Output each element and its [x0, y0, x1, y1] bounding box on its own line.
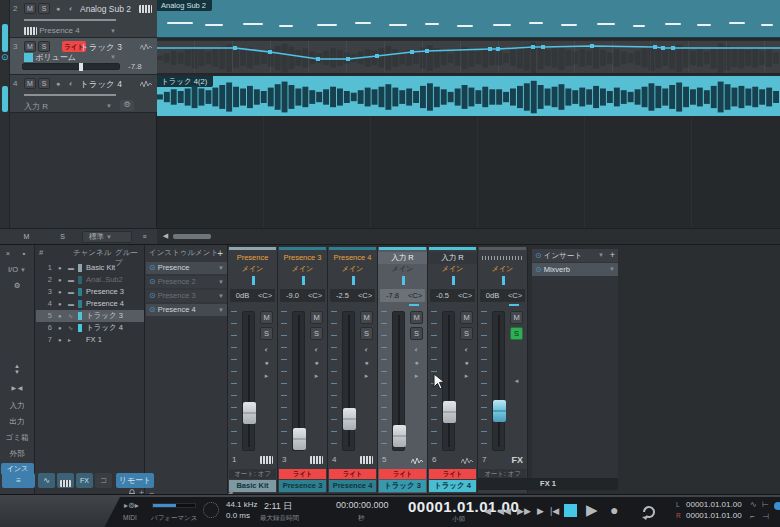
fader-cap[interactable] [393, 425, 406, 447]
midi-note[interactable] [457, 25, 473, 27]
track-header-track4[interactable]: 4 M S ● ◐ トラック 4 入力 R ▼ ⚙ [10, 75, 157, 113]
pan-value[interactable]: <C> [255, 289, 275, 302]
instrument-filter-icon[interactable] [57, 473, 74, 488]
solo-button-active[interactable]: S [510, 327, 523, 340]
channel-strip-track4[interactable]: 入力 R メイン -0.5<C> MS◐●▸ 6 ライト トラック 4 [428, 247, 478, 493]
automation-mode[interactable]: オート: オフ [229, 469, 276, 479]
record-arm-icon[interactable]: ● [360, 356, 373, 369]
pin-icon[interactable]: ▪ [18, 249, 30, 258]
fader-cap[interactable] [243, 402, 256, 424]
play-button[interactable]: ▶ [586, 501, 598, 519]
global-solo-button[interactable]: S [56, 231, 69, 242]
fx-filter-button[interactable]: FX [76, 473, 93, 488]
stop-button[interactable] [564, 504, 577, 517]
wrench-icon[interactable]: ⚙ [0, 281, 34, 290]
expand-icon[interactable]: ▸ [310, 369, 323, 382]
fast-forward-button[interactable]: ▶▶ [517, 506, 531, 516]
menu-icon[interactable]: ≡ [138, 231, 151, 242]
audio-clip-track4[interactable]: トラック 4(2) [157, 76, 780, 116]
fader-track[interactable] [292, 311, 305, 451]
bank-list-icon[interactable]: ≡ [2, 473, 35, 488]
channel-row[interactable]: 6●∿トラック 4 [36, 322, 144, 334]
monitor-icon[interactable]: ◐ [410, 343, 423, 356]
channel-row[interactable]: 3●▬Presence 3 [36, 286, 144, 298]
close-icon[interactable]: × [2, 249, 14, 258]
solo-button[interactable]: S [38, 3, 50, 14]
precount-icon[interactable]: ⌐ [750, 512, 755, 521]
track-volume-line[interactable] [24, 94, 116, 96]
midi-note[interactable] [279, 25, 293, 27]
automation-value-slider[interactable] [22, 63, 120, 70]
strip-output[interactable]: メイン [278, 264, 327, 274]
loop-end-value[interactable]: 00001.01.01.00 [686, 511, 742, 520]
channel-row[interactable]: 4●▬Presence 4 [36, 298, 144, 310]
instrument-row[interactable]: ⊙Presence 4▼ [146, 304, 227, 316]
record-arm-icon[interactable]: ● [410, 356, 423, 369]
midi-clip-analog-sub-2[interactable]: Analog Sub 2 [157, 0, 780, 38]
performance-meter[interactable] [152, 503, 196, 508]
strip-source[interactable]: Presence 3 [278, 252, 327, 264]
monitor-icon[interactable]: ◐ [260, 343, 273, 356]
midi-note[interactable] [729, 22, 745, 24]
solo-button[interactable]: S [310, 327, 323, 340]
midi-note[interactable] [167, 22, 193, 24]
midi-note[interactable] [493, 24, 511, 26]
gear-icon[interactable]: ⚙ [120, 100, 134, 111]
record-button[interactable]: ● [610, 502, 618, 518]
rail-item-trash[interactable]: ゴミ箱 [0, 433, 34, 443]
chevron-down-icon[interactable]: ▼ [110, 54, 116, 60]
track-mode-dropdown[interactable]: 標準 ▼ [82, 231, 132, 243]
fader-track[interactable] [392, 311, 405, 451]
fx-channel-name[interactable]: FX 1 [478, 478, 618, 490]
input-select[interactable]: 入力 R ▼ ⚙ [24, 101, 48, 112]
strip-output[interactable]: メイン [428, 264, 477, 274]
instrument-row[interactable]: ⊙Presence 3▼ [146, 290, 227, 302]
pan-value[interactable]: <C> [355, 289, 375, 302]
collapse-icon[interactable]: ◂ [510, 374, 523, 387]
channel-strip-basic-kit[interactable]: Presence メイン 0dB<C> MS◐●▸ 1 オート: オフ Basi… [228, 247, 278, 493]
loop-button[interactable] [638, 504, 660, 520]
channel-strip-fx1[interactable]: メイン 0dB<C> MS◂ 7FX オート: オフ [478, 247, 528, 493]
track-header-track3[interactable]: 3 M S ライト トラック 3 ボリューム ▼ -7.8 [10, 38, 157, 75]
solo-button[interactable]: S [410, 327, 423, 340]
insert-slot-mixverb[interactable]: ⊙Mixverb▼ [532, 263, 618, 276]
strip-source[interactable]: Presence 4 [328, 252, 377, 264]
midi-note[interactable] [597, 23, 615, 25]
expand-icon[interactable]: ▸ [460, 369, 473, 382]
solo-button[interactable]: S [460, 327, 473, 340]
instrument-select[interactable]: Presence 4 ▼ [24, 26, 80, 35]
slider-thumb[interactable] [79, 63, 83, 71]
strip-source[interactable]: Presence [228, 252, 277, 264]
midi-note[interactable] [317, 24, 337, 26]
midi-note[interactable] [761, 24, 773, 26]
volume-value[interactable]: -2.5 [330, 289, 355, 302]
expand-icon[interactable]: ▸ [260, 369, 273, 382]
fader-track[interactable] [342, 311, 355, 451]
midi-note[interactable] [389, 24, 407, 26]
monitor-icon[interactable]: ◐ [460, 343, 473, 356]
scroll-left-icon[interactable]: ◀ [159, 230, 172, 241]
fader-track[interactable] [492, 311, 505, 451]
monitor-icon[interactable]: ◐ [310, 343, 323, 356]
pan-value[interactable]: <C> [455, 289, 475, 302]
channel-row-selected[interactable]: 5●∿トラック 3 [36, 310, 144, 322]
midi-note[interactable] [633, 25, 645, 27]
automation-power-icon[interactable]: ⊙ [1, 52, 9, 62]
fader-cap[interactable] [293, 428, 306, 450]
volume-automation-curve[interactable] [157, 41, 780, 75]
track-name[interactable]: トラック 3 [80, 42, 122, 54]
narrow-wide-icon[interactable]: ▶ ◀ [0, 384, 34, 391]
midi-note[interactable] [665, 23, 681, 25]
strip-output[interactable]: メイン [378, 264, 427, 274]
channel-strip-track3-selected[interactable]: 入力 R メイン -7.8<C> MS◐●▸ 5 ライト トラック 3 [378, 247, 428, 493]
track-color-chip[interactable] [2, 24, 8, 52]
fader-track[interactable] [242, 311, 255, 451]
record-arm-icon[interactable]: ● [52, 78, 64, 89]
empty-arrange-grid[interactable] [157, 116, 780, 228]
solo-button[interactable]: S [38, 41, 50, 52]
monitor-icon[interactable]: ◐ [65, 78, 77, 89]
rail-item-external[interactable]: 外部 [0, 449, 34, 459]
volume-value[interactable]: -7.8 [380, 289, 405, 302]
loop-start-value[interactable]: 00001.01.01.00 [686, 500, 742, 509]
channel-strip-presence-4[interactable]: Presence 4 メイン -2.5<C> MS◐●▸ 4 ライト Prese… [328, 247, 378, 493]
